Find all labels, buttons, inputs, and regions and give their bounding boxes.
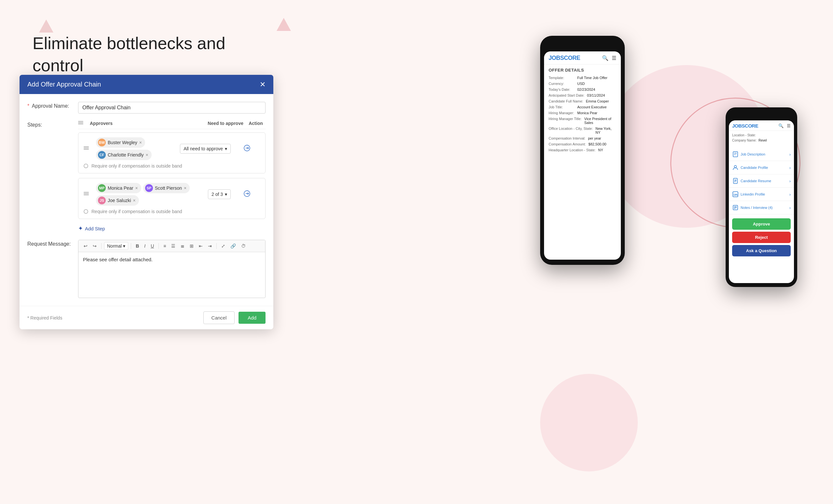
toolbar-align-left[interactable]: ≡: [161, 242, 168, 249]
approver-name-monica: Monica Pear: [108, 186, 134, 191]
menu-item-candidate-resume[interactable]: Candidate Resume ›: [729, 174, 794, 188]
phone-right-notch: [748, 111, 775, 117]
add-step-label: Add Step: [85, 226, 105, 231]
toolbar-bold[interactable]: B: [134, 242, 141, 249]
svg-rect-8: [84, 193, 89, 194]
add-step-button[interactable]: ✦ Add Step: [78, 223, 105, 233]
toolbar-clock[interactable]: ⏱: [239, 242, 247, 249]
approver-tag-monica: MP Monica Pear ×: [96, 183, 141, 193]
toolbar-fullscreen[interactable]: ⤢: [219, 242, 227, 249]
phone-right-screen: JOBSCORE 🔍 ☰ Location - State: Company N…: [729, 120, 794, 283]
menu-item-candidate-profile[interactable]: Candidate Profile ›: [729, 161, 794, 174]
request-message-label: Request Message:: [27, 240, 73, 247]
toolbar-list-ul[interactable]: ≣: [178, 242, 187, 249]
menu-item-candidate-resume-label: Candidate Resume: [741, 179, 771, 183]
offer-details-title: OFFER DETAILS: [549, 68, 616, 73]
menu-icon[interactable]: ☰: [612, 55, 616, 61]
svg-rect-1: [78, 122, 83, 123]
menu-item-job-description[interactable]: Job Description ›: [729, 148, 794, 161]
approver-remove-buster[interactable]: ×: [139, 140, 142, 145]
svg-rect-2: [78, 124, 83, 124]
modal-dialog: Add Offer Approval Chain ✕ * Approval Na…: [20, 75, 273, 329]
menu-item-candidate-resume-left: Candidate Resume: [732, 178, 771, 184]
detail-row-comp-amount: Compensation Amount:$82,500.00: [549, 142, 616, 146]
chevron-job-description: ›: [789, 152, 791, 157]
toolbar-align-center[interactable]: ☰: [169, 242, 177, 249]
detail-row-job-title: Job Title:Account Executive: [549, 105, 616, 109]
chevron-candidate-resume: ›: [789, 178, 791, 184]
phone-left: JOBSCORE 🔍 ☰ OFFER DETAILS Template:Full…: [540, 36, 625, 265]
logo-score-right: SCORE: [742, 123, 758, 128]
svg-point-15: [734, 166, 737, 168]
offer-details-list: Template:Full Time Job Offer Currency:US…: [549, 76, 616, 152]
approval-name-input[interactable]: [78, 102, 265, 114]
svg-rect-0: [78, 121, 83, 122]
steps-drag-col: [78, 120, 87, 126]
step-2-drag-handle[interactable]: [84, 191, 93, 197]
toolbar-link[interactable]: 🔗: [229, 242, 238, 249]
menu-item-notes[interactable]: Notes / Interview (4) ›: [729, 201, 794, 214]
add-button[interactable]: Add: [239, 312, 265, 324]
logo-score: SCORE: [560, 55, 580, 61]
toolbar-indent-out[interactable]: ⇤: [197, 242, 205, 249]
menu-icon-right[interactable]: ☰: [787, 123, 791, 128]
step-1-approval-chevron: ▾: [225, 146, 227, 151]
add-step-icon: ✦: [78, 225, 83, 232]
search-icon-right[interactable]: 🔍: [778, 123, 784, 128]
phone-right-menu: Job Description › Candidate Profile › Ca…: [729, 146, 794, 216]
required-star: *: [27, 103, 29, 109]
step-2-approval-select[interactable]: 2 of 3 ▾: [208, 189, 231, 199]
menu-item-notes-left: Notes / Interview (4): [732, 204, 772, 211]
phone-left-logo: JOBSCORE: [549, 55, 580, 62]
step-1-action-icon[interactable]: [243, 144, 251, 153]
required-star-icon: *: [27, 315, 29, 320]
message-editor: ↩ ↪ Normal ▾ B I U ≡ ☰ ≣ ⊞ ⇤: [78, 240, 265, 298]
step-2-action-icon[interactable]: [243, 190, 251, 199]
ask-question-button[interactable]: Ask a Question: [732, 245, 791, 256]
approver-remove-scott[interactable]: ×: [184, 186, 187, 190]
svg-rect-7: [84, 192, 89, 193]
request-message-row: Request Message: ↩ ↪ Normal ▾ B I U ≡: [27, 240, 265, 298]
approver-remove-monica[interactable]: ×: [135, 186, 138, 190]
approve-button[interactable]: Approve: [732, 218, 791, 230]
required-note-text: Required Fields: [30, 315, 62, 320]
detail-row-company: Company Name: Revel: [732, 139, 791, 142]
menu-item-candidate-profile-left: Candidate Profile: [732, 164, 768, 171]
required-note: * Required Fields: [27, 315, 62, 320]
editor-content[interactable]: Please see offer detail attached.: [78, 252, 265, 298]
chevron-notes: ›: [789, 205, 791, 210]
toolbar-undo[interactable]: ↩: [82, 242, 90, 249]
step-1-approval-select[interactable]: All need to approve ▾: [180, 144, 231, 153]
detail-row-todays-date: Today's Date:02/23/2024: [549, 88, 616, 91]
cancel-button[interactable]: Cancel: [204, 311, 235, 324]
step-2-row: MP Monica Pear × SP Scott Pierson × JS: [84, 183, 260, 206]
approver-remove-charlotte[interactable]: ×: [146, 152, 148, 157]
approver-remove-joe[interactable]: ×: [133, 198, 136, 203]
toolbar-list-ol[interactable]: ⊞: [188, 242, 195, 249]
reject-button[interactable]: Reject: [732, 232, 791, 243]
bg-decoration-triangle-left: [39, 20, 53, 32]
step-1-drag-handle[interactable]: [84, 145, 93, 152]
modal-footer: * Required Fields Cancel Add: [20, 306, 273, 329]
toolbar-italic[interactable]: I: [142, 242, 147, 249]
search-icon[interactable]: 🔍: [602, 55, 609, 61]
modal-close-button[interactable]: ✕: [260, 81, 265, 88]
detail-row-candidate-name: Candidate Full Name:Emma Cooper: [549, 99, 616, 103]
toolbar-underline[interactable]: U: [149, 242, 156, 249]
modal-body: * Approval Name: Steps: Approvers Need t…: [20, 94, 273, 306]
detail-row-start-date: Anticipated Start Date:03/11/2024: [549, 93, 616, 97]
step-2-approval-value: 2 of 3: [212, 192, 223, 197]
step-1-approvers: BW Buster Wegley × CF Charlotte Friendly…: [96, 137, 177, 160]
phone-left-app-header: JOBSCORE 🔍 ☰: [544, 51, 621, 65]
approver-name-joe: Joe Saluzki: [108, 198, 131, 203]
chevron-linkedin: ›: [789, 192, 791, 197]
steps-container: Approvers Need to approve Action BW Bust: [78, 120, 265, 233]
phone-right-logo: JOBSCORE: [732, 123, 758, 128]
toolbar-format-select[interactable]: Normal ▾: [104, 242, 128, 250]
menu-item-linkedin[interactable]: Linkedin Profile ›: [729, 188, 794, 201]
toolbar-indent-in[interactable]: ⇥: [206, 242, 214, 249]
bg-decoration-triangle-right: [277, 18, 291, 31]
step-2-conditional: Require only if compensation is outside …: [84, 209, 260, 214]
toolbar-redo[interactable]: ↪: [91, 242, 99, 249]
approvers-col-header: Approvers: [90, 121, 205, 126]
